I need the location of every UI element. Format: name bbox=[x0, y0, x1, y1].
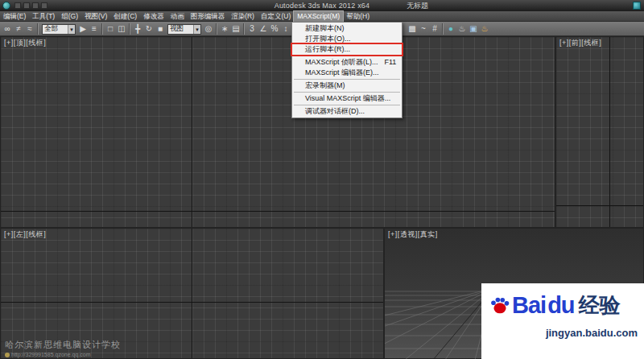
menu-item-group[interactable]: 组(G) bbox=[58, 11, 81, 22]
menu-item-label: 运行脚本(R)... bbox=[305, 44, 350, 55]
menu-item-label: MAXScript 编辑器(E)... bbox=[305, 68, 379, 78]
maxscript-dropdown-menu: 新建脚本(N)打开脚本(O)...运行脚本(R)...MAXScript 侦听器… bbox=[291, 22, 402, 118]
menu-bar: 编辑(E)工具(T)组(G)视图(V)创建(C)修改器动画图形编辑器渲染(R)自… bbox=[0, 11, 644, 22]
select-and-manipulate-icon[interactable]: ∗ bbox=[219, 23, 230, 35]
menu-item-label: 新建脚本(N) bbox=[305, 23, 345, 34]
viewport-front-label[interactable]: [+][前][线框] bbox=[559, 38, 601, 48]
select-object-icon[interactable]: ▶ bbox=[77, 23, 89, 35]
menu-item-tools[interactable]: 工具(T) bbox=[29, 11, 58, 22]
selection-filter-dropdown[interactable]: 全部▼ bbox=[42, 24, 76, 35]
title-bar: Autodesk 3ds Max 2012 x64 无标题 bbox=[0, 0, 644, 11]
infocenter-icon[interactable] bbox=[633, 2, 641, 10]
maxscript-menu-item-visual-maxscript-editor[interactable]: Visual MAXScript 编辑器... bbox=[292, 93, 402, 104]
selection-filter-arrow-icon[interactable]: ▼ bbox=[68, 25, 75, 34]
selection-region-icon[interactable]: □ bbox=[105, 23, 116, 35]
top-view-x-axis bbox=[1, 211, 555, 212]
front-view-z-axis bbox=[609, 37, 610, 227]
menu-item-label: MAXScript 侦听器(L)... bbox=[305, 57, 378, 68]
menu-item-customize[interactable]: 自定义(U) bbox=[258, 11, 294, 22]
rendered-frame-window-icon[interactable]: ▣ bbox=[468, 23, 479, 35]
menu-item-animation[interactable]: 动画 bbox=[167, 11, 188, 22]
qzone-icon bbox=[5, 353, 10, 357]
reference-coordinate-system-value: 视图 bbox=[168, 24, 193, 34]
menu-item-label: 调试器对话框(D)... bbox=[305, 106, 365, 117]
reference-coordinate-system-dropdown[interactable]: 视图▼ bbox=[167, 24, 201, 35]
school-name: 哈尔滨新思维电脑设计学校 bbox=[5, 339, 121, 351]
maxscript-menu-item-run-script[interactable]: 运行脚本(R)... bbox=[292, 44, 402, 55]
use-pivot-center-icon[interactable]: ◎ bbox=[203, 23, 214, 35]
menu-item-views[interactable]: 视图(V) bbox=[81, 11, 110, 22]
document-title: 无标题 bbox=[407, 0, 428, 11]
left-view-y-axis bbox=[1, 302, 383, 303]
select-and-scale-icon[interactable]: ■ bbox=[155, 23, 166, 35]
menu-item-label: 宏录制器(M) bbox=[305, 80, 345, 91]
window-title: Autodesk 3ds Max 2012 x64 bbox=[0, 0, 644, 11]
menu-item-help[interactable]: 帮助(H) bbox=[343, 11, 373, 22]
baidu-paw-icon bbox=[489, 295, 510, 316]
menu-item-edit[interactable]: 编辑(E) bbox=[0, 11, 29, 22]
maxscript-menu-item-debugger-dialog[interactable]: 调试器对话框(D)... bbox=[292, 106, 402, 117]
school-watermark: 哈尔滨新思维电脑设计学校 http://329991585.qzone.qq.c… bbox=[5, 339, 121, 357]
spinner-snap-icon[interactable]: ↕ bbox=[280, 23, 291, 35]
menu-item-graph-editors[interactable]: 图形编辑器 bbox=[188, 11, 229, 22]
menu-separator bbox=[294, 105, 400, 105]
menu-item-create[interactable]: 创建(C) bbox=[110, 11, 140, 22]
menu-item-maxscript[interactable]: MAXScript(M) bbox=[294, 11, 343, 22]
window-crossing-icon[interactable]: ◫ bbox=[116, 23, 127, 35]
material-editor-icon[interactable]: ● bbox=[445, 23, 456, 35]
menu-separator bbox=[294, 79, 400, 80]
menu-separator bbox=[294, 56, 400, 56]
percent-snap-icon[interactable]: % bbox=[269, 23, 280, 35]
front-view-x-axis bbox=[556, 205, 643, 206]
select-and-link-icon[interactable]: ∞ bbox=[2, 23, 13, 35]
render-setup-icon[interactable]: ♨ bbox=[456, 23, 468, 35]
menu-separator bbox=[294, 92, 400, 93]
unlink-selection-icon[interactable]: ≠ bbox=[13, 23, 24, 35]
toolbar-right: ▩~#●♨▣♨ bbox=[407, 22, 490, 36]
maxscript-menu-item-macro-recorder[interactable]: 宏录制器(M) bbox=[292, 80, 402, 91]
selection-filter-value: 全部 bbox=[43, 24, 68, 34]
toolbar-separator bbox=[442, 23, 444, 35]
menu-item-modifiers[interactable]: 修改器 bbox=[140, 11, 167, 22]
keyboard-shortcut-override-icon[interactable]: ▤ bbox=[230, 23, 242, 35]
menu-item-rendering[interactable]: 渲染(R) bbox=[228, 11, 258, 22]
render-production-icon[interactable]: ♨ bbox=[479, 23, 490, 35]
menu-item-label: 打开脚本(O)... bbox=[305, 34, 351, 44]
maxscript-menu-item-open-script[interactable]: 打开脚本(O)... bbox=[292, 34, 402, 44]
toolbar-separator bbox=[101, 23, 103, 35]
toolbar-separator bbox=[216, 23, 217, 35]
curve-editor-icon[interactable]: ~ bbox=[418, 23, 429, 35]
select-and-move-icon[interactable]: ╋ bbox=[132, 23, 143, 35]
toolbar-separator bbox=[129, 23, 130, 35]
viewport-top-label[interactable]: [+][顶][线框] bbox=[4, 38, 46, 48]
bind-to-space-warp-icon[interactable]: ≈ bbox=[24, 23, 35, 35]
baidu-watermark: Bai du 经验 jingyan.baidu.com bbox=[481, 283, 644, 359]
school-url-row: http://329991585.qzone.qq.com bbox=[5, 352, 121, 357]
schematic-view-icon[interactable]: # bbox=[429, 23, 440, 35]
baidu-wordmark-du: du bbox=[547, 295, 574, 316]
toolbar-separator bbox=[243, 23, 245, 35]
viewport-front[interactable]: [+][前][线框] bbox=[555, 36, 644, 228]
baidu-wordmark-bai: Bai bbox=[512, 295, 546, 316]
angle-snap-icon[interactable]: ∠ bbox=[258, 23, 269, 35]
baidu-logo: Bai du 经验 bbox=[489, 295, 638, 316]
viewport-perspective-label[interactable]: [+][透视][真实] bbox=[388, 229, 438, 240]
graphite-modeling-tools-icon[interactable]: ▩ bbox=[407, 23, 418, 35]
menu-item-shortcut: F11 bbox=[385, 57, 397, 68]
select-and-rotate-icon[interactable]: ↻ bbox=[143, 23, 155, 35]
baidu-site-url: jingyan.baidu.com bbox=[489, 327, 638, 339]
baidu-brand-jingyan: 经验 bbox=[579, 295, 621, 316]
maxscript-menu-item-new-script[interactable]: 新建脚本(N) bbox=[292, 23, 402, 34]
reference-coordinate-system-arrow-icon[interactable]: ▼ bbox=[193, 25, 200, 34]
maxscript-menu-item-maxscript-editor[interactable]: MAXScript 编辑器(E)... bbox=[292, 68, 402, 78]
left-view-z-axis bbox=[192, 229, 192, 358]
menu-item-label: Visual MAXScript 编辑器... bbox=[305, 93, 390, 104]
maxscript-menu-item-maxscript-listener[interactable]: MAXScript 侦听器(L)...F11 bbox=[292, 57, 402, 68]
school-url: http://329991585.qzone.qq.com bbox=[11, 352, 90, 357]
toolbar-separator bbox=[37, 23, 39, 35]
viewport-left-label[interactable]: [+][左][线框] bbox=[4, 229, 46, 240]
viewport-top[interactable]: [+][顶][线框] bbox=[0, 36, 555, 228]
select-by-name-icon[interactable]: ≡ bbox=[89, 23, 100, 35]
3dsmax-window: Autodesk 3ds Max 2012 x64 无标题 编辑(E)工具(T)… bbox=[0, 0, 644, 359]
snap-toggle-3d-icon[interactable]: 3 bbox=[246, 23, 258, 35]
